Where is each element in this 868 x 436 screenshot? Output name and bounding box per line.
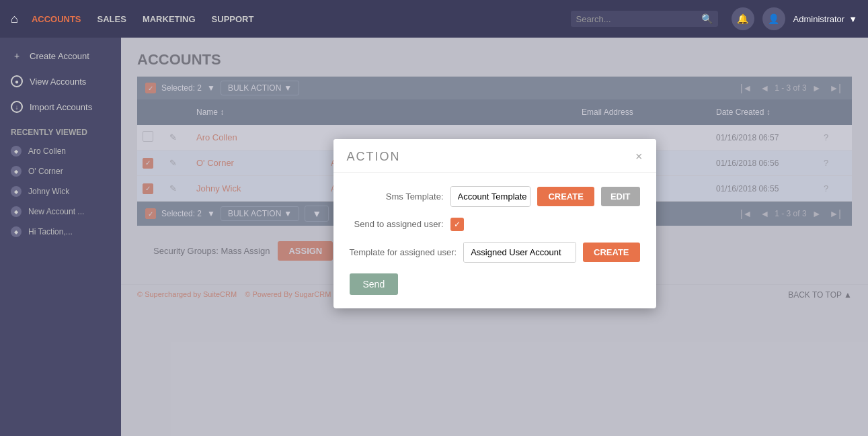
- send-to-row: Send to assigned user: ✓: [350, 218, 640, 231]
- import-accounts-label: Import Accounts: [30, 102, 92, 112]
- modal-body: Sms Template: ▼ CREATE EDIT Send to assi…: [333, 173, 656, 308]
- top-nav: ⌂ ACCOUNTS SALES MARKETING SUPPORT 🔍 🔔 👤…: [0, 0, 868, 38]
- sidebar: + Create Account ● View Accounts ↓ Impor…: [0, 38, 121, 436]
- sidebar-recent-aro[interactable]: ◆ Aro Collen: [0, 141, 121, 161]
- user-menu[interactable]: Administrator ▼: [793, 14, 857, 24]
- recent-label-hi: Hi Taction,...: [28, 227, 73, 236]
- nav-accounts[interactable]: ACCOUNTS: [32, 14, 81, 24]
- assigned-template-field: ▼: [463, 242, 576, 263]
- recent-label-johny: Johny Wick: [28, 187, 69, 196]
- nav-right: 🔔 👤 Administrator ▼: [732, 7, 857, 30]
- user-avatar-button[interactable]: 👤: [762, 7, 785, 30]
- send-assigned-checkbox[interactable]: ✓: [450, 218, 464, 231]
- assigned-create-button[interactable]: CREATE: [583, 243, 639, 262]
- recent-icon-new: ◆: [11, 206, 22, 217]
- user-dropdown-icon: ▼: [849, 14, 857, 24]
- assigned-template-input[interactable]: [464, 243, 576, 262]
- home-icon[interactable]: ⌂: [11, 12, 18, 26]
- sidebar-recent-johny[interactable]: ◆ Johny Wick: [0, 181, 121, 202]
- search-icon[interactable]: 🔍: [701, 13, 713, 24]
- sidebar-recent-hitaction[interactable]: ◆ Hi Taction,...: [0, 222, 121, 242]
- search-box: 🔍: [571, 11, 718, 27]
- nav-sales[interactable]: SALES: [97, 14, 126, 24]
- sms-create-button[interactable]: CREATE: [537, 187, 594, 206]
- sms-template-label: Sms Template:: [350, 191, 444, 202]
- sms-template-field: ▼: [450, 186, 531, 207]
- user-label: Administrator: [793, 14, 845, 24]
- send-assigned-label: Send to assigned user:: [350, 219, 444, 229]
- recent-label-ocorner: O' Corner: [28, 167, 63, 176]
- import-accounts-icon: ↓: [11, 101, 23, 113]
- recent-icon-hi: ◆: [11, 226, 22, 237]
- sms-template-row: Sms Template: ▼ CREATE EDIT: [350, 186, 640, 207]
- nav-items: ACCOUNTS SALES MARKETING SUPPORT: [32, 14, 557, 24]
- assigned-template-label: Template for assigned user:: [350, 247, 457, 257]
- recent-label-aro: Aro Collen: [28, 146, 66, 156]
- sidebar-recent-ocorner[interactable]: ◆ O' Corner: [0, 161, 121, 181]
- sidebar-item-view-accounts[interactable]: ● View Accounts: [0, 69, 121, 94]
- recent-icon-johny: ◆: [11, 186, 22, 197]
- view-accounts-icon: ●: [11, 75, 23, 87]
- nav-support[interactable]: SUPPORT: [212, 14, 254, 24]
- sidebar-recent-newaccount[interactable]: ◆ New Account ...: [0, 202, 121, 222]
- modal-title: ACTION: [347, 150, 401, 164]
- sms-edit-button[interactable]: EDIT: [601, 187, 640, 206]
- recent-label-new: New Account ...: [28, 207, 84, 216]
- recent-icon-ocorner: ◆: [11, 166, 22, 177]
- assigned-template-row: Template for assigned user: ▼ CREATE: [350, 242, 640, 263]
- sidebar-item-import-accounts[interactable]: ↓ Import Accounts: [0, 94, 121, 120]
- recent-icon-aro: ◆: [11, 146, 22, 157]
- sms-template-input[interactable]: [451, 187, 531, 206]
- nav-marketing[interactable]: MARKETING: [143, 14, 196, 24]
- notifications-button[interactable]: 🔔: [732, 7, 754, 30]
- action-modal: ACTION × Sms Template: ▼ CREATE EDIT: [333, 139, 656, 308]
- recently-viewed-header: Recently Viewed: [0, 120, 121, 141]
- create-account-icon: +: [11, 50, 23, 62]
- create-account-label: Create Account: [30, 51, 89, 61]
- view-accounts-label: View Accounts: [30, 77, 86, 87]
- modal-close-button[interactable]: ×: [635, 150, 643, 164]
- send-button[interactable]: Send: [350, 273, 399, 295]
- modal-header: ACTION ×: [333, 139, 656, 173]
- content-area: ACCOUNTS ✓ Selected: 2 ▼ BULK ACTION ▼ |…: [121, 38, 868, 436]
- sidebar-item-create-account[interactable]: + Create Account: [0, 43, 121, 69]
- send-row: Send: [350, 273, 640, 295]
- main-layout: + Create Account ● View Accounts ↓ Impor…: [0, 38, 868, 436]
- search-input[interactable]: [576, 14, 697, 24]
